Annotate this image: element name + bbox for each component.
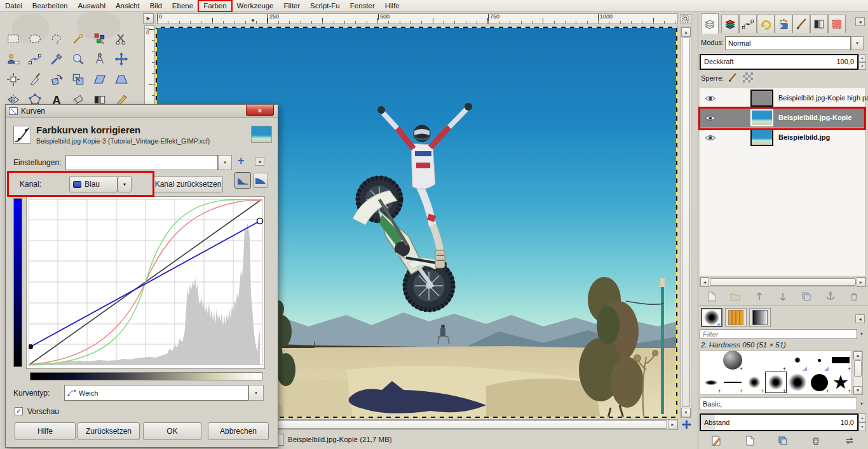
curve-point-high[interactable] <box>257 218 263 224</box>
mode-dropdown-arrow[interactable]: ▼ <box>851 36 864 50</box>
brush-hardness-050-selected[interactable]: + <box>765 372 787 393</box>
brush-line[interactable]: + <box>722 372 743 393</box>
spacing-slider[interactable]: Abstand 10,0 <box>700 413 858 431</box>
brush-scrollbar[interactable]: ▲ ▼ <box>853 351 863 395</box>
histogram-linear-toggle[interactable] <box>234 172 251 189</box>
layer-thumbnail[interactable] <box>750 129 773 146</box>
vertical-scroll-thumb[interactable] <box>682 37 690 407</box>
tool-paths[interactable] <box>25 50 44 68</box>
menu-item-ansicht[interactable]: Ansicht <box>111 1 145 11</box>
histogram-log-toggle[interactable] <box>253 173 268 188</box>
help-button[interactable]: Hilfe <box>15 422 76 440</box>
layer-list-scrollbar[interactable]: ◄ ► <box>700 277 866 287</box>
cancel-button[interactable]: Abbrechen <box>208 422 269 440</box>
close-button[interactable]: × <box>246 105 274 116</box>
horizontal-ruler[interactable]: ▼ 02505007501000 <box>156 13 678 24</box>
curve-type-select[interactable]: Weich <box>64 385 248 401</box>
tab-selection-editor[interactable] <box>828 15 846 33</box>
new-group-button[interactable] <box>729 291 741 302</box>
brush-sphere[interactable]: + <box>722 349 743 371</box>
tool-select-by-color[interactable] <box>90 30 109 48</box>
tab-undo-history[interactable] <box>757 15 775 33</box>
lock-pixels-icon[interactable] <box>728 72 738 83</box>
brush-dock-collapse-button[interactable]: ◄ <box>855 314 865 323</box>
visibility-eye-icon[interactable] <box>705 134 716 142</box>
scroll-down-icon[interactable]: ▼ <box>853 386 862 394</box>
tool-measure[interactable] <box>90 50 109 68</box>
delete-layer-button[interactable] <box>848 291 860 302</box>
tab-brush[interactable] <box>792 15 810 33</box>
anchor-button[interactable] <box>825 291 836 302</box>
visibility-eye-icon[interactable] <box>705 95 716 102</box>
opacity-slider[interactable]: Deckkraft 100,0 <box>700 54 858 70</box>
menu-item-werkzeuge[interactable]: Werkzeuge <box>232 1 279 11</box>
menu-item-bearbeiten[interactable]: Bearbeiten <box>27 1 73 11</box>
tool-color-picker[interactable] <box>47 50 66 68</box>
tab-paths[interactable] <box>739 15 757 33</box>
duplicate-brush-button[interactable] <box>777 435 789 446</box>
tab-layers[interactable] <box>701 13 719 34</box>
layer-thumbnail[interactable] <box>750 90 773 107</box>
layer-row[interactable]: Beispielbild.jpg <box>700 128 866 147</box>
edit-brush-button[interactable] <box>710 435 722 446</box>
menu-item-bild[interactable]: Bild <box>145 1 167 11</box>
scroll-up-icon[interactable]: ▲ <box>853 351 862 359</box>
new-brush-button[interactable] <box>744 435 756 446</box>
scroll-thumb[interactable] <box>710 278 856 286</box>
spin-down-icon[interactable]: ▼ <box>858 422 866 431</box>
menu-item-scriptfu[interactable]: Script-Fu <box>305 1 345 11</box>
tool-shear[interactable] <box>90 70 109 88</box>
zoom-fit-button[interactable] <box>680 14 691 24</box>
scroll-thumb[interactable] <box>854 360 862 377</box>
lock-alpha-icon[interactable] <box>743 72 753 83</box>
tab-gradients[interactable] <box>749 308 771 327</box>
brush-dot-tiny[interactable] <box>808 349 830 371</box>
scroll-up-icon[interactable]: ▲ <box>681 27 691 37</box>
ok-button[interactable]: OK <box>143 422 201 440</box>
preview-checkbox[interactable]: ✓ <box>15 407 23 415</box>
tool-fuzzy-select[interactable] <box>69 30 88 48</box>
scroll-down-icon[interactable]: ▼ <box>681 408 691 417</box>
layer-row[interactable]: Beispielbild.jpg-Kopie high pas <box>700 88 866 108</box>
brush-ellipse[interactable]: + <box>700 372 722 393</box>
presets-dropdown-arrow[interactable]: ▼ <box>218 155 232 170</box>
tab-brushes[interactable]: + <box>701 308 722 327</box>
add-preset-icon[interactable]: + <box>238 154 245 168</box>
brush-item[interactable]: + <box>765 349 787 371</box>
mode-select[interactable]: Normal <box>725 36 851 50</box>
tool-ellipse-select[interactable] <box>25 30 44 48</box>
tab-patterns[interactable] <box>725 308 747 327</box>
tool-foreground-select[interactable] <box>4 50 23 68</box>
tab-gradient[interactable] <box>810 15 828 33</box>
spin-up-icon[interactable]: ▲ <box>858 54 866 62</box>
brush-dot-small[interactable] <box>787 349 808 371</box>
tool-zoom[interactable] <box>69 50 88 68</box>
tool-move[interactable] <box>112 50 131 68</box>
brush-circle-solid[interactable]: + <box>808 372 830 393</box>
curve-type-dropdown-arrow[interactable]: ▼ <box>248 385 264 401</box>
spacing-spinner[interactable]: ▲ ▼ <box>858 413 866 431</box>
tab-channels[interactable] <box>721 15 739 33</box>
menu-item-auswahl[interactable]: Auswahl <box>72 1 110 11</box>
lower-layer-button[interactable] <box>777 291 789 302</box>
opacity-spinner[interactable]: ▲ ▼ <box>858 54 866 70</box>
channel-reset-button[interactable]: Kanal zurücksetzen <box>153 176 223 192</box>
scroll-right-icon[interactable]: ► <box>668 420 677 429</box>
menu-item-ebene[interactable]: Ebene <box>167 1 198 11</box>
tool-scale[interactable] <box>69 70 88 88</box>
brush-block[interactable]: + <box>830 349 851 371</box>
scroll-left-icon[interactable]: ◄ <box>700 278 709 286</box>
reset-button[interactable]: Zurücksetzen <box>78 422 140 440</box>
dock-collapse-button[interactable]: ◄ <box>855 17 865 26</box>
new-layer-button[interactable] <box>706 291 717 302</box>
preset-options-button[interactable]: ◄ <box>255 157 264 166</box>
tag-dropdown-arrow[interactable]: ▼ <box>857 399 866 409</box>
tab-pointer[interactable] <box>775 15 792 33</box>
vertical-scrollbar[interactable]: ▲ ▼ <box>681 27 691 418</box>
filter-dropdown-arrow[interactable]: ▼ <box>857 329 866 339</box>
brush-fuzzy-big[interactable] <box>787 372 808 393</box>
canvas-menu-button[interactable]: ▶ <box>143 13 154 23</box>
brush-fuzzy-small[interactable]: + <box>743 372 765 393</box>
presets-combo[interactable] <box>65 155 218 170</box>
menu-item-hilfe[interactable]: Hilfe <box>380 1 405 11</box>
